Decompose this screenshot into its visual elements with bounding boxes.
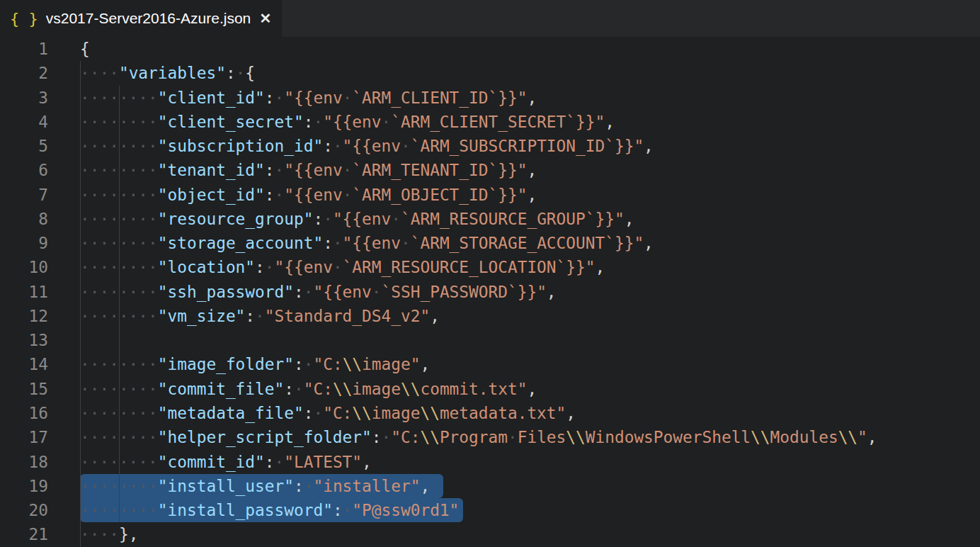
code-line[interactable]: 2····"variables":·{: [0, 61, 980, 85]
token-pun: ,: [867, 428, 877, 446]
whitespace-dots: ····: [80, 64, 119, 82]
line-number[interactable]: 11: [0, 280, 80, 304]
token-pun: ,: [420, 355, 430, 373]
code-line[interactable]: 4········"client_secret":·"{{env·`ARM_CL…: [0, 110, 980, 134]
line-number[interactable]: 15: [0, 377, 80, 401]
token-pun: :: [323, 137, 333, 155]
code-line[interactable]: 9········"storage_account":·"{{env·`ARM_…: [0, 231, 980, 255]
token-str: "C:: [313, 355, 342, 373]
code-line[interactable]: 11········"ssh_password":·"{{env·`SSH_PA…: [0, 280, 980, 304]
line-content[interactable]: ········"install_user":·"installer",: [80, 474, 980, 498]
code-line[interactable]: 17········"helper_script_folder":·"C:\\P…: [0, 425, 980, 449]
line-number[interactable]: 9: [0, 231, 80, 255]
code-line[interactable]: 19········"install_user":·"installer",: [0, 474, 980, 498]
line-number[interactable]: 10: [0, 255, 80, 279]
line-content[interactable]: ········"tenant_id":·"{{env·`ARM_TENANT_…: [80, 158, 980, 182]
line-content[interactable]: ········"install_password":·"P@ssw0rd1": [80, 498, 980, 522]
line-number[interactable]: 14: [0, 352, 80, 376]
line-content[interactable]: ········"resource_group":·"{{env·`ARM_RE…: [80, 207, 980, 231]
token-pun: :: [323, 234, 333, 252]
token-str: "{{env: [333, 210, 391, 228]
line-number[interactable]: 16: [0, 401, 80, 425]
line-content[interactable]: ········"commit_file":·"C:\\image\\commi…: [80, 377, 980, 401]
code-text: ········"vm_size":·"Standard_DS4_v2",: [80, 307, 440, 325]
token-pun: :: [294, 477, 304, 495]
line-content[interactable]: ····},: [80, 522, 980, 546]
code-line[interactable]: 13: [0, 328, 980, 352]
token-key: "client_id": [158, 89, 265, 107]
token-pun: :: [333, 501, 343, 519]
code-line[interactable]: 16········"metadata_file":·"C:\\image\\m…: [0, 401, 980, 425]
line-number[interactable]: 2: [0, 61, 80, 85]
tab-close-icon[interactable]: ✕: [256, 9, 275, 28]
line-content[interactable]: [80, 328, 980, 352]
whitespace-dots: ········: [80, 210, 158, 228]
line-number[interactable]: 18: [0, 450, 80, 474]
line-number[interactable]: 13: [0, 328, 80, 352]
code-text: ········"image_folder":·"C:\\image",: [80, 355, 430, 373]
line-number[interactable]: 3: [0, 86, 80, 110]
token-str: "LATEST": [284, 453, 362, 471]
code-line[interactable]: 7········"object_id":·"{{env·`ARM_OBJECT…: [0, 183, 980, 207]
whitespace-dots: ········: [80, 477, 158, 495]
token-str: `ARM_STORAGE_ACCOUNT`}}": [411, 234, 644, 252]
line-number[interactable]: 7: [0, 183, 80, 207]
line-content[interactable]: ········"ssh_password":·"{{env·`SSH_PASS…: [80, 280, 980, 304]
code-line[interactable]: 8········"resource_group":·"{{env·`ARM_R…: [0, 207, 980, 231]
code-line[interactable]: 20········"install_password":·"P@ssw0rd1…: [0, 498, 980, 522]
code-line[interactable]: 10········"location":·"{{env·`ARM_RESOUR…: [0, 255, 980, 279]
code-line[interactable]: 18········"commit_id":·"LATEST",: [0, 450, 980, 474]
token-esc: \\: [420, 404, 439, 422]
line-content[interactable]: ········"metadata_file":·"C:\\image\\met…: [80, 401, 980, 425]
line-content[interactable]: ········"vm_size":·"Standard_DS4_v2",: [80, 304, 980, 328]
line-content[interactable]: ········"subscription_id":·"{{env·`ARM_S…: [80, 134, 980, 158]
tab-vs2017-server2016-azure-json[interactable]: { } vs2017-Server2016-Azure.json ✕: [0, 0, 282, 37]
token-str: "{{env: [313, 283, 371, 301]
code-text: ········"commit_file":·"C:\\image\\commi…: [80, 380, 537, 398]
tab-title: vs2017-Server2016-Azure.json: [46, 10, 251, 27]
line-content[interactable]: ········"helper_script_folder":·"C:\\Pro…: [80, 425, 980, 449]
line-number[interactable]: 8: [0, 207, 80, 231]
whitespace-dots: ····: [80, 525, 119, 543]
line-content[interactable]: ········"client_secret":·"{{env·`ARM_CLI…: [80, 110, 980, 134]
code-line[interactable]: 5········"subscription_id":·"{{env·`ARM_…: [0, 134, 980, 158]
code-text: ········"commit_id":·"LATEST",: [80, 453, 372, 471]
code-text: ········"resource_group":·"{{env·`ARM_RE…: [80, 210, 634, 228]
line-content[interactable]: ········"image_folder":·"C:\\image",: [80, 352, 980, 376]
code-line[interactable]: 14········"image_folder":·"C:\\image",: [0, 352, 980, 376]
code-text: ········"location":·"{{env·`ARM_RESOURCE…: [80, 258, 605, 276]
token-pun: :: [313, 210, 323, 228]
whitespace-dots: ········: [80, 404, 158, 422]
line-content[interactable]: ········"storage_account":·"{{env·`ARM_S…: [80, 231, 980, 255]
token-str: `ARM_TENANT_ID`}}": [352, 161, 527, 179]
code-line[interactable]: 6········"tenant_id":·"{{env·`ARM_TENANT…: [0, 158, 980, 182]
line-content[interactable]: ········"client_id":·"{{env·`ARM_CLIENT_…: [80, 86, 980, 110]
token-pun: ,: [595, 258, 605, 276]
line-number[interactable]: 6: [0, 158, 80, 182]
line-content[interactable]: ········"object_id":·"{{env·`ARM_OBJECT_…: [80, 183, 980, 207]
line-content[interactable]: ········"location":·"{{env·`ARM_RESOURCE…: [80, 255, 980, 279]
code-line[interactable]: 21····},: [0, 522, 980, 546]
line-number[interactable]: 12: [0, 304, 80, 328]
line-content[interactable]: ····"variables":·{: [80, 61, 980, 85]
code-line[interactable]: 1{: [0, 37, 980, 61]
code-line[interactable]: 15········"commit_file":·"C:\\image\\com…: [0, 377, 980, 401]
line-number[interactable]: 4: [0, 110, 80, 134]
token-str: "P@ssw0rd1": [352, 501, 459, 519]
line-number[interactable]: 5: [0, 134, 80, 158]
whitespace-dots: ········: [80, 234, 158, 252]
code-line[interactable]: 3········"client_id":·"{{env·`ARM_CLIENT…: [0, 86, 980, 110]
line-number[interactable]: 20: [0, 498, 80, 522]
line-number[interactable]: 1: [0, 37, 80, 61]
whitespace-dots: ········: [80, 161, 158, 179]
token-str: Files: [518, 428, 566, 446]
code-line[interactable]: 12········"vm_size":·"Standard_DS4_v2",: [0, 304, 980, 328]
line-content[interactable]: {: [80, 37, 980, 61]
line-content[interactable]: ········"commit_id":·"LATEST",: [80, 450, 980, 474]
line-number[interactable]: 21: [0, 522, 80, 546]
whitespace-dots: ········: [80, 283, 158, 301]
code-editor[interactable]: 1{2····"variables":·{3········"client_id…: [0, 37, 980, 547]
token-key: "variables": [119, 64, 226, 82]
line-number[interactable]: 17: [0, 425, 80, 449]
line-number[interactable]: 19: [0, 474, 80, 498]
